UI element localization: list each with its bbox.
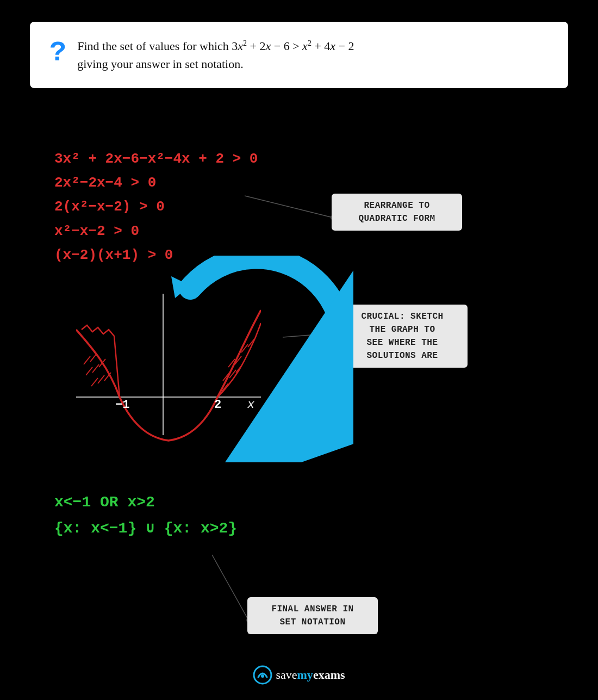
rearrange-annotation: REARRANGE TO QUADRATIC FORM <box>332 194 462 231</box>
svg-text:x: x <box>247 398 255 412</box>
question-text: Find the set of values for which 3x2 + 2… <box>77 37 354 73</box>
final-annotation: FINAL ANSWER INSET NOTATION <box>247 597 378 634</box>
solution-line-1: x<−1 OR x>2 <box>54 490 237 516</box>
step-3: 2(x²−x−2) > 0 <box>54 195 258 219</box>
rearrange-label: REARRANGE TO QUADRATIC FORM <box>358 201 435 224</box>
svg-point-31 <box>261 674 264 678</box>
solution-line-2: {x: x<−1} ∪ {x: x>2} <box>54 516 237 542</box>
svg-line-12 <box>92 364 99 373</box>
step-4: x²−x−2 > 0 <box>54 219 258 243</box>
steps-area: 3x² + 2x−6−x²−4x + 2 > 0 2x²−2x−4 > 0 2(… <box>54 147 258 267</box>
svg-line-15 <box>98 375 104 383</box>
svg-text:2: 2 <box>214 398 221 412</box>
question-icon: ? <box>49 39 66 67</box>
question-box: ? Find the set of values for which 3x2 +… <box>30 22 568 88</box>
svg-text:−1: −1 <box>115 398 129 412</box>
sketch-annotation: CRUCIAL: SKETCHTHE GRAPH TOSEE WHERE THE… <box>337 305 468 368</box>
svg-line-21 <box>236 364 242 373</box>
step-1: 3x² + 2x−6−x²−4x + 2 > 0 <box>54 147 258 171</box>
solution-area: x<−1 OR x>2 {x: x<−1} ∪ {x: x>2} <box>54 490 237 541</box>
svg-line-4 <box>212 555 248 620</box>
svg-line-14 <box>91 378 98 386</box>
svg-line-18 <box>90 354 97 362</box>
savemyexams-logo-icon <box>253 665 272 685</box>
footer-brand: savemyexams <box>276 668 345 682</box>
step-2: 2x²−2x−4 > 0 <box>54 171 258 195</box>
footer: savemyexams <box>0 665 598 685</box>
svg-line-11 <box>86 367 92 375</box>
svg-line-17 <box>84 356 90 364</box>
parabola-graph: −1 2 x <box>76 277 261 451</box>
